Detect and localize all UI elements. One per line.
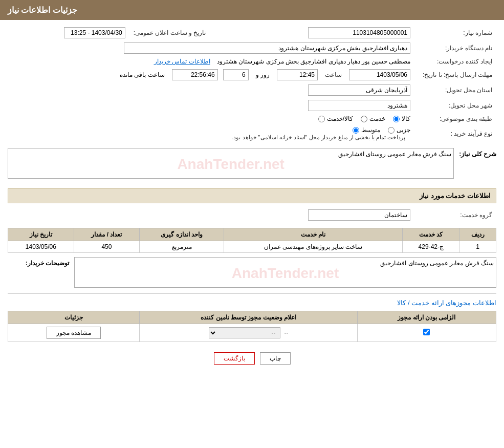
permits-table: الزامی بودن ارائه مجوز اعلام وضعیت مجوز … [8,311,496,342]
org-name-input[interactable] [124,42,410,54]
row-date: 1403/05/06 [8,241,74,253]
permits-status-value: -- [284,329,289,336]
row-name: ساخت سایر پروژه‌های مهندسی عمران [224,241,402,253]
response-date-input[interactable] [349,69,410,80]
service-group-label: گروه خدمت: [414,207,496,223]
permits-col-details: جزئیات [8,311,140,324]
view-permit-button[interactable]: مشاهده مجوز [47,327,101,339]
services-section-title: اطلاعات خدمات مورد نیاز [8,188,496,203]
category-kala-item: کالا [393,115,410,122]
need-description-section: شرح کلی نیاز: AnahTender.net سنگ فرش معا… [8,148,496,184]
permits-status-cell: -- -- [140,324,357,342]
services-table: ردیف کد خدمت نام خدمت واحد اندازه گیری ت… [8,228,496,253]
category-kala-khedmat-radio[interactable] [318,116,325,122]
page-container: جزئیات اطلاعات نیاز شماره نیاز: تاریخ و … [0,0,504,448]
purchase-note: پرداخت تمام یا بخشی از مبلغ خریداز محل "… [232,134,405,140]
permits-col-required: الزامی بودن ارائه مجوز [357,311,496,324]
category-khedmat-label: خدمت [369,115,385,122]
purchase-jozii-radio[interactable] [388,127,395,134]
page-header: جزئیات اطلاعات نیاز [0,0,504,20]
service-group-input[interactable] [308,209,410,221]
permits-details-cell: مشاهده مجوز [8,324,140,342]
city-input[interactable] [308,100,410,111]
purchase-jozii-item: جزیی [388,126,410,134]
permits-required-cell [357,324,496,342]
permits-section: اطلاعات مجوزهای ارائه خدمت / کالا الزامی… [8,299,496,342]
row-code: ج-42-429 [403,241,459,253]
purchase-type-label: نوع فرآیند خرید : [414,124,496,143]
need-description-label: شرح کلی نیاز: [459,148,496,158]
time-remaining-input[interactable] [172,69,218,80]
permits-required-checkbox[interactable] [423,329,430,335]
city-label: شهر محل تحویل: [414,98,496,113]
need-number-input[interactable] [308,27,410,38]
col-unit: واحد اندازه گیری [140,228,224,241]
purchase-jozii-label: جزیی [397,126,410,134]
row-unit: مترمربع [140,241,224,253]
col-row: ردیف [459,228,496,241]
col-date: تاریخ نیاز [8,228,74,241]
response-time-label: ساعت [325,71,342,78]
buyer-notes-section: AnahTender.net سنگ فرش معابر عمومی روستا… [8,257,496,289]
main-content: شماره نیاز: تاریخ و ساعت اعلان عمومی: نا… [0,20,504,380]
purchase-motavasset-label: متوسط [361,126,380,134]
need-number-value [221,25,414,40]
purchase-motavasset-item: متوسط [353,126,380,134]
permits-row: -- -- مشاهده مجوز [8,324,496,342]
page-title: جزئیات اطلاعات نیاز [8,6,77,14]
province-label: استان محل تحویل: [414,82,496,98]
permits-section-title: اطلاعات مجوزهای ارائه خدمت / کالا [397,299,496,307]
announcement-date-input[interactable] [64,27,125,38]
creator-value: مصطفی حسین پور دهیار دهیاری افشارجیق بخش… [217,58,410,65]
footer-buttons: چاپ بازگشت [8,352,496,365]
province-input[interactable] [308,84,410,96]
info-table: شماره نیاز: تاریخ و ساعت اعلان عمومی: نا… [8,25,496,143]
purchase-motavasset-radio[interactable] [353,127,359,134]
category-kala-label: کالا [402,115,410,122]
need-description-textarea[interactable]: سنگ فرش معابر عمومی روستای افشارجیق [8,148,454,179]
deadline-label: مهلت ارسال پاسخ: تا تاریخ: [414,67,496,82]
response-time-input[interactable] [277,69,318,80]
days-input[interactable] [223,69,249,80]
category-khedmat-item: خدمت [361,115,385,122]
category-label: طبقه بندی موضوعی: [414,113,496,124]
back-button[interactable]: بازگشت [214,352,255,365]
creator-label: ایجاد کننده درخواست: [414,56,496,67]
category-kala-khedmat-label: کالا/خدمت [327,115,353,122]
category-kala-radio[interactable] [393,116,400,122]
buyer-notes-textarea[interactable]: سنگ فرش معابر عمومی روستای افشارجیق [74,257,496,288]
permits-col-status: اعلام وضعیت مجوز توسط نامین کننده [140,311,357,324]
category-kala-khedmat-item: کالا/خدمت [318,115,353,122]
col-quantity: تعداد / مقدار [74,228,140,241]
row-num: 1 [459,241,496,253]
days-label: روز و [256,71,270,78]
table-row: 1 ج-42-429 ساخت سایر پروژه‌های مهندسی عم… [8,241,496,253]
service-group-table: گروه خدمت: [8,207,496,223]
col-code: کد خدمت [403,228,459,241]
category-khedmat-radio[interactable] [361,116,367,122]
permits-status-select[interactable]: -- [209,327,280,338]
contact-link[interactable]: اطلاعات تماس خریدار [154,58,210,65]
divider-1 [8,293,496,294]
row-quantity: 450 [74,241,140,253]
buyer-notes-label: توضیحات خریدار: [8,257,69,267]
need-number-label: شماره نیاز: [414,25,496,40]
org-name-label: نام دستگاه خریدار: [414,40,496,56]
time-remaining-label: ساعت باقی مانده [120,71,165,78]
print-button[interactable]: چاپ [260,352,291,365]
announcement-date-label: تاریخ و ساعت اعلان عمومی: [129,25,222,40]
col-name: نام خدمت [224,228,402,241]
